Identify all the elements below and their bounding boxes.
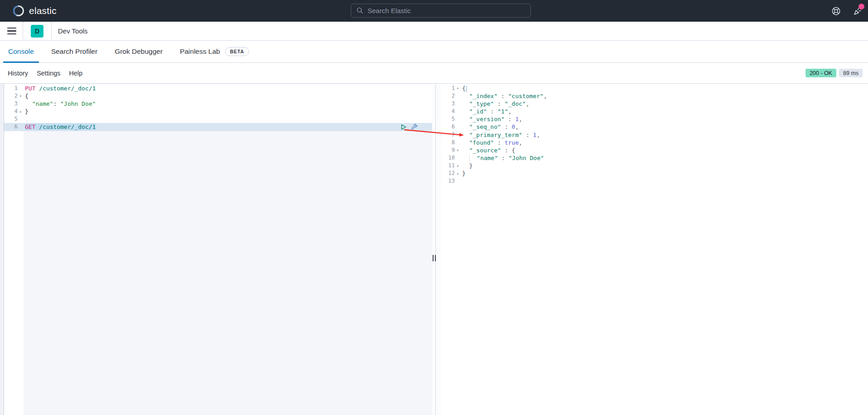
fold-slot	[455, 123, 461, 131]
line-number: 7	[441, 131, 455, 139]
request-line-3[interactable]: 3 "name": "John Doe"	[4, 100, 432, 108]
line-number: 3	[4, 100, 18, 108]
response-line-2[interactable]: 2 "_index" : "customer",	[441, 92, 868, 100]
fold-close-icon[interactable]: ▴	[455, 162, 461, 170]
line-number: 4	[441, 108, 455, 115]
beta-badge: BETA	[225, 47, 249, 56]
tab-console[interactable]: Console	[3, 41, 39, 62]
elastic-brand: elastic	[13, 0, 57, 22]
fold-open-icon[interactable]: ▾	[18, 92, 24, 100]
toolbar-link-history[interactable]: History	[8, 70, 28, 77]
elastic-logo-icon	[13, 5, 24, 17]
notification-dot	[858, 4, 864, 9]
code-text	[24, 115, 25, 123]
response-line-8[interactable]: 8 "found" : true,	[441, 139, 868, 146]
code-text: "found" : true,	[461, 139, 522, 146]
help-icon[interactable]	[831, 6, 841, 16]
response-line-7[interactable]: 7 "_primary_term" : 1,	[441, 131, 868, 139]
request-gutter	[4, 84, 24, 415]
code-text: }	[24, 108, 29, 115]
line-number: 8	[441, 139, 455, 146]
line-number: 11	[441, 162, 455, 170]
fold-slot	[455, 139, 461, 146]
search-icon	[357, 7, 363, 14]
tab-grok-debugger[interactable]: Grok Debugger	[110, 41, 167, 62]
dev-tools-app-icon[interactable]: D	[31, 25, 43, 38]
response-line-4[interactable]: 4 "_id" : "1",	[441, 108, 868, 115]
line-number: 6	[4, 123, 18, 131]
response-editor[interactable]: 1▾{2 "_index" : "customer",3 "_type" : "…	[441, 84, 868, 415]
line-number: 5	[4, 115, 18, 123]
response-line-11[interactable]: 11▴ }	[441, 162, 868, 170]
response-line-9[interactable]: 9▾ "_source" : {	[441, 146, 868, 154]
request-line-6[interactable]: 6GET /customer/_doc/1	[4, 123, 432, 131]
request-line-5[interactable]: 5	[4, 115, 432, 123]
wrench-icon[interactable]	[411, 124, 418, 131]
app-header-bar: D Dev Tools	[0, 22, 868, 41]
fold-slot	[18, 115, 24, 123]
fold-slot	[18, 85, 24, 92]
line-number: 2	[4, 92, 18, 100]
code-text: "_id" : "1",	[461, 108, 512, 115]
response-line-3[interactable]: 3 "_type" : "_doc",	[441, 100, 868, 108]
code-text: PUT /customer/_doc/1	[24, 85, 96, 92]
code-text: "_source" : {	[461, 146, 515, 154]
code-text	[461, 177, 462, 185]
request-actions[interactable]	[401, 124, 418, 131]
dev-tools-tabs: ConsoleSearch ProfilerGrok DebuggerPainl…	[0, 41, 868, 63]
response-line-1[interactable]: 1▾{	[441, 85, 868, 92]
code-text: "_version" : 1,	[461, 115, 522, 123]
panel-splitter[interactable]	[432, 84, 441, 415]
fold-slot	[455, 108, 461, 115]
code-text: }	[461, 170, 466, 177]
response-time-badge: 89 ms	[839, 69, 863, 77]
fold-slot	[18, 123, 24, 131]
fold-open-icon[interactable]: ▾	[455, 146, 461, 154]
request-editor[interactable]: 1PUT /customer/_doc/12▾{3 "name": "John …	[0, 84, 432, 415]
request-line-4[interactable]: 4▴}	[4, 108, 432, 115]
line-number: 1	[4, 85, 18, 92]
splitter-handle-icon[interactable]	[433, 255, 436, 261]
line-number: 2	[441, 92, 455, 100]
code-text: "_type" : "_doc",	[461, 100, 529, 108]
code-text: {	[24, 92, 29, 100]
global-search[interactable]	[351, 4, 531, 18]
tab-painless-lab[interactable]: Painless LabBETA	[175, 41, 254, 62]
request-line-2[interactable]: 2▾{	[4, 92, 432, 100]
code-text: "_seq_no" : 0,	[461, 123, 519, 131]
fold-slot	[455, 100, 461, 108]
code-text: "_primary_term" : 1,	[461, 131, 540, 139]
code-text: "name": "John Doe"	[24, 100, 96, 108]
response-line-6[interactable]: 6 "_seq_no" : 0,	[441, 123, 868, 131]
code-text: {	[461, 85, 467, 92]
request-line-1[interactable]: 1PUT /customer/_doc/1	[4, 85, 432, 92]
code-text: GET /customer/_doc/1	[24, 123, 96, 131]
divider	[23, 22, 23, 41]
menu-hamburger-icon[interactable]	[7, 28, 16, 35]
tab-search-profiler[interactable]: Search Profiler	[46, 41, 103, 62]
play-icon[interactable]	[401, 124, 407, 130]
fold-close-icon[interactable]: ▴	[455, 170, 461, 177]
line-number: 3	[441, 100, 455, 108]
line-number: 12	[441, 170, 455, 177]
brand-name: elastic	[29, 5, 57, 16]
line-number: 4	[4, 108, 18, 115]
response-line-13[interactable]: 13	[441, 177, 868, 185]
tab-label: Grok Debugger	[114, 47, 162, 56]
search-input[interactable]	[367, 7, 512, 14]
news-feed-icon[interactable]	[853, 6, 863, 16]
toolbar-link-settings[interactable]: Settings	[37, 70, 60, 77]
tab-label: Search Profiler	[51, 47, 98, 56]
line-number: 5	[441, 115, 455, 123]
line-number: 13	[441, 177, 455, 185]
fold-close-icon[interactable]: ▴	[18, 108, 24, 115]
response-line-10[interactable]: 10 "name" : "John Doe"	[441, 154, 868, 162]
response-line-12[interactable]: 12▴}	[441, 170, 868, 177]
breadcrumb: Dev Tools	[58, 27, 88, 35]
console-toolbar: HistorySettingsHelp 200 - OK 89 ms	[0, 63, 868, 84]
fold-slot	[455, 154, 461, 162]
tab-label: Painless Lab	[180, 47, 220, 56]
fold-open-icon[interactable]: ▾	[455, 85, 461, 92]
toolbar-link-help[interactable]: Help	[69, 70, 83, 77]
response-line-5[interactable]: 5 "_version" : 1,	[441, 115, 868, 123]
